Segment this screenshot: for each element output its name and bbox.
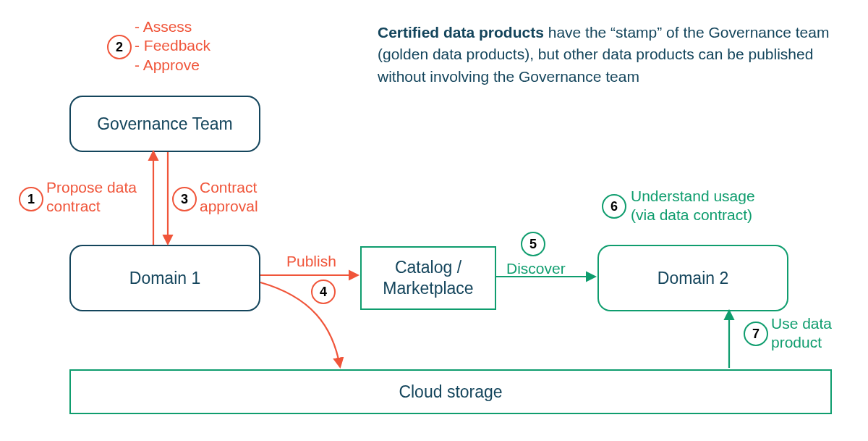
step-3-line2: approval	[200, 198, 258, 214]
catalog-label-line2: Marketplace	[383, 278, 473, 299]
step-3-number: 3	[181, 192, 188, 207]
step-7-line1: Use data	[771, 315, 832, 332]
step-2-number: 2	[116, 40, 123, 55]
step-1-badge: 1	[19, 187, 43, 211]
step-3-badge: 3	[172, 187, 197, 211]
step-2-line1: - Assess	[135, 18, 192, 35]
step-2-badge: 2	[107, 35, 132, 59]
step-1-number: 1	[27, 192, 35, 207]
catalog-marketplace-box: Catalog / Marketplace	[360, 246, 496, 310]
step-6-label: Understand usage (via data contract)	[631, 187, 755, 225]
step-2-line3: - Approve	[135, 56, 200, 73]
description-bold: Certified data products	[378, 24, 544, 41]
step-6-badge: 6	[602, 194, 626, 219]
step-5-label: Discover	[506, 259, 566, 278]
step-7-label: Use data product	[771, 314, 832, 353]
step-4-number: 4	[320, 285, 327, 300]
step-2-line2: - Feedback	[135, 37, 210, 54]
step-7-number: 7	[752, 327, 760, 342]
governance-team-label: Governance Team	[97, 114, 233, 135]
step-5-text: Discover	[506, 260, 566, 277]
step-4-label: Publish	[286, 252, 336, 271]
step-1-line2: contract	[46, 198, 101, 214]
diagram-canvas: Certified data products have the “stamp”…	[0, 0, 868, 441]
step-4-text: Publish	[286, 253, 336, 269]
step-2-label: - Assess - Feedback - Approve	[135, 17, 210, 75]
step-3-line1: Contract	[200, 179, 257, 196]
step-6-line2: (via data contract)	[631, 206, 752, 223]
step-1-line1: Propose data	[46, 179, 137, 196]
catalog-label-line1: Catalog /	[395, 257, 461, 278]
step-5-number: 5	[529, 237, 537, 252]
step-4-badge: 4	[311, 280, 336, 304]
step-3-label: Contract approval	[200, 178, 258, 217]
cloud-storage-box: Cloud storage	[69, 369, 832, 414]
domain-2-label: Domain 2	[658, 268, 728, 289]
step-1-label: Propose data contract	[46, 178, 137, 217]
step-6-line1: Understand usage	[631, 188, 755, 204]
step-5-badge: 5	[521, 232, 545, 256]
governance-team-box: Governance Team	[69, 96, 260, 152]
cloud-storage-label: Cloud storage	[399, 382, 502, 403]
step-7-badge: 7	[744, 322, 768, 346]
step-7-line2: product	[771, 334, 822, 350]
step-6-number: 6	[610, 199, 618, 214]
domain-2-box: Domain 2	[597, 245, 788, 311]
domain-1-label: Domain 1	[129, 268, 200, 289]
description-text: Certified data products have the “stamp”…	[378, 22, 833, 88]
domain-1-box: Domain 1	[69, 245, 260, 311]
